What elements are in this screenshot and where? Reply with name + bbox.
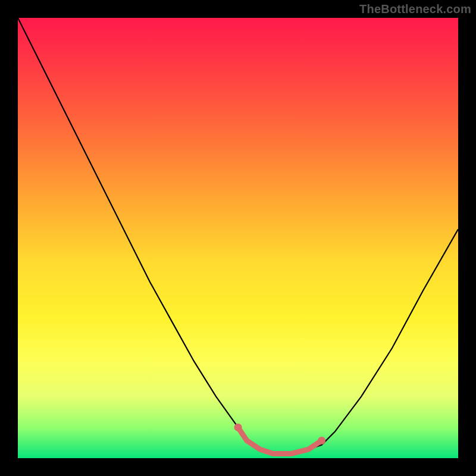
bottleneck-curve: [18, 18, 458, 454]
chart-svg: [18, 18, 458, 458]
watermark-text: TheBottleneck.com: [359, 2, 471, 16]
valley-band: [238, 427, 322, 453]
valley-end-dot: [318, 437, 325, 444]
valley-markers: [234, 424, 326, 454]
chart-frame: TheBottleneck.com: [0, 0, 476, 476]
valley-end-dot: [234, 424, 242, 431]
plot-area: [18, 18, 458, 458]
